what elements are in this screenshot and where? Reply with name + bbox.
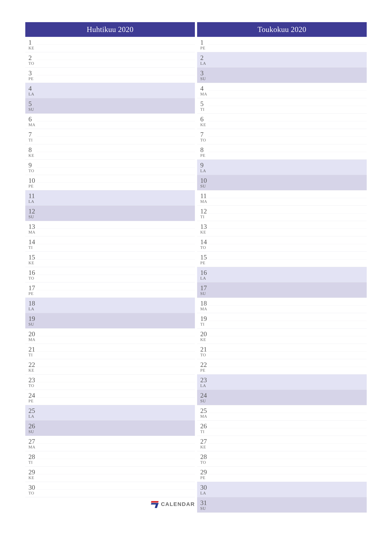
day-abbrev: KE	[200, 230, 367, 235]
day-row: 17SU	[197, 282, 367, 298]
day-row: 9LA	[197, 160, 367, 175]
day-abbrev: PE	[200, 153, 367, 158]
day-number: 5	[29, 100, 195, 107]
day-row: 25LA	[25, 405, 195, 421]
day-number: 24	[200, 392, 367, 399]
day-number: 19	[29, 315, 195, 322]
day-number: 10	[200, 177, 367, 184]
day-row: 24SU	[197, 390, 367, 405]
day-abbrev: TI	[29, 245, 195, 250]
day-row: 27MA	[25, 436, 195, 451]
day-number: 22	[29, 361, 195, 368]
day-number: 4	[200, 85, 367, 92]
days-list: 1PE2LA3SU4MA5TI6KE7TO8PE9LA10SU11MA12TI1…	[197, 37, 367, 513]
divider-line	[37, 152, 195, 152]
day-row: 3SU	[197, 67, 367, 83]
day-abbrev: TO	[200, 245, 367, 250]
day-row: 20KE	[197, 329, 367, 344]
day-row: 16LA	[197, 267, 367, 282]
day-abbrev: TI	[200, 107, 367, 112]
day-row: 22KE	[25, 359, 195, 374]
day-row: 13KE	[197, 221, 367, 236]
day-abbrev: TO	[29, 169, 195, 173]
day-number: 1	[200, 39, 367, 46]
day-row: 23LA	[197, 374, 367, 390]
divider-line	[208, 244, 367, 244]
day-abbrev: TO	[29, 384, 195, 388]
day-number: 2	[200, 54, 367, 61]
day-number: 25	[200, 407, 367, 414]
month-column-right: Toukokuu 2020 1PE2LA3SU4MA5TI6KE7TO8PE9L…	[197, 22, 367, 555]
day-abbrev: PE	[200, 368, 367, 373]
day-number: 27	[29, 438, 195, 445]
day-row: 29PE	[197, 467, 367, 482]
day-number: 6	[29, 116, 195, 123]
day-abbrev: KE	[200, 445, 367, 449]
divider-line	[37, 336, 195, 336]
day-number: 24	[29, 392, 195, 399]
day-number: 29	[29, 469, 195, 475]
divider-line	[208, 428, 367, 428]
day-abbrev: TO	[29, 491, 195, 496]
day-row: 21TI	[25, 344, 195, 359]
day-row: 28TI	[25, 451, 195, 467]
day-abbrev: KE	[200, 337, 367, 342]
day-row: 26TI	[197, 421, 367, 436]
day-number: 23	[29, 377, 195, 384]
day-number: 12	[29, 208, 195, 215]
divider-line	[37, 489, 195, 490]
day-number: 8	[29, 146, 195, 153]
day-abbrev: SU	[200, 292, 367, 296]
day-number: 30	[200, 484, 367, 491]
day-abbrev: KE	[29, 261, 195, 265]
day-row: 8KE	[25, 144, 195, 160]
day-row: 10SU	[197, 175, 367, 190]
day-abbrev: PE	[200, 261, 367, 265]
day-number: 3	[200, 70, 367, 77]
day-row: 11MA	[197, 190, 367, 206]
divider-line	[37, 121, 195, 121]
day-row: 18MA	[197, 298, 367, 313]
day-abbrev: TI	[29, 353, 195, 358]
day-row: 24PE	[25, 390, 195, 405]
day-row: 4MA	[197, 83, 367, 98]
day-number: 5	[200, 100, 367, 107]
day-number: 12	[200, 208, 367, 215]
day-row: 10PE	[25, 175, 195, 190]
day-number: 20	[200, 330, 367, 337]
day-number: 22	[200, 361, 367, 368]
day-number: 9	[29, 162, 195, 169]
day-row: 21TO	[197, 344, 367, 359]
day-row: 28TO	[197, 451, 367, 467]
divider-line	[208, 336, 367, 336]
day-number: 16	[200, 269, 367, 276]
day-row: 18LA	[25, 298, 195, 313]
day-row: 6KE	[197, 114, 367, 129]
day-number: 19	[200, 315, 367, 322]
day-number: 14	[200, 238, 367, 245]
day-number: 18	[29, 300, 195, 307]
day-abbrev: PE	[29, 77, 195, 81]
day-abbrev: SU	[29, 215, 195, 219]
day-number: 28	[29, 453, 195, 460]
day-abbrev: MA	[29, 337, 195, 342]
day-abbrev: SU	[29, 430, 195, 434]
divider-line	[37, 459, 195, 459]
day-number: 17	[200, 285, 367, 292]
divider-line	[37, 60, 195, 60]
day-row: 25MA	[197, 405, 367, 421]
day-number: 31	[200, 499, 367, 506]
day-abbrev: SU	[29, 322, 195, 327]
day-number: 15	[29, 254, 195, 261]
day-abbrev: SU	[200, 506, 367, 511]
day-row: 20MA	[25, 329, 195, 344]
day-number: 25	[29, 407, 195, 414]
day-abbrev: KE	[29, 153, 195, 158]
day-number: 23	[200, 377, 367, 384]
brand-text: CALENDAR	[161, 501, 195, 507]
day-number: 4	[29, 85, 195, 92]
day-abbrev: TI	[200, 215, 367, 219]
day-number: 7	[29, 131, 195, 138]
day-number: 27	[200, 438, 367, 445]
divider-line	[208, 152, 367, 152]
